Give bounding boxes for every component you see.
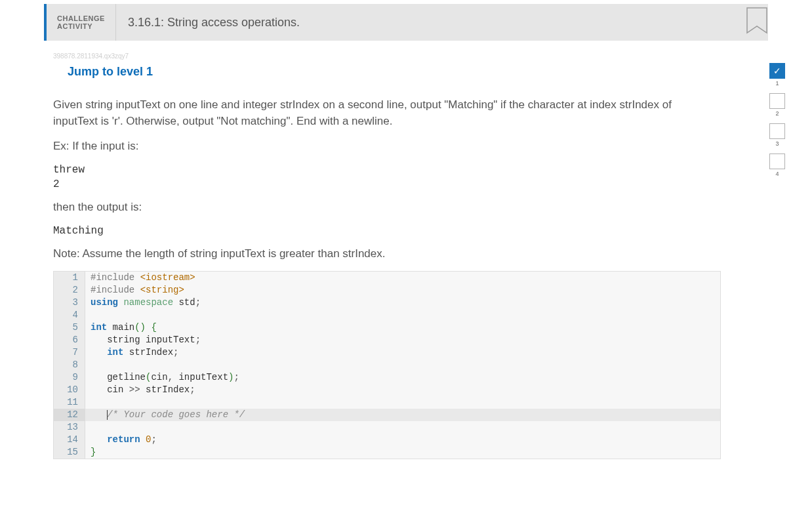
level-step[interactable]: 3	[769, 123, 785, 147]
activity-header: CHALLENGE ACTIVITY 3.16.1: String access…	[44, 4, 768, 41]
line-number: 8	[54, 359, 85, 371]
line-number: 13	[54, 421, 85, 434]
level-step-done-icon: ✓	[769, 63, 785, 79]
level-step[interactable]: ✓1	[769, 63, 785, 87]
code-line[interactable]: 6 string inputText;	[54, 334, 720, 346]
code-text[interactable]: using namespace std;	[85, 297, 720, 309]
code-line[interactable]: 15}	[54, 446, 720, 459]
example-then: then the output is:	[53, 199, 709, 216]
line-number: 4	[54, 309, 85, 321]
code-text[interactable]: int strIndex;	[85, 346, 720, 359]
level-step-box	[769, 123, 785, 139]
code-line[interactable]: 5int main() {	[54, 321, 720, 334]
line-number: 12	[54, 409, 85, 421]
code-line[interactable]: 7 int strIndex;	[54, 346, 720, 359]
line-number: 5	[54, 321, 85, 334]
code-line[interactable]: 13	[54, 421, 720, 434]
code-text[interactable]: getline(cin, inputText);	[85, 371, 720, 384]
level-step-number: 1	[775, 80, 779, 87]
code-text[interactable]: #include <string>	[85, 284, 720, 297]
problem-description: Given string inputText on one line and i…	[53, 97, 759, 262]
level-step-number: 4	[775, 171, 779, 177]
example-input-line: threw	[53, 164, 759, 176]
code-text[interactable]: return 0;	[85, 434, 720, 446]
line-number: 11	[54, 396, 85, 409]
challenge-container: CHALLENGE ACTIVITY 3.16.1: String access…	[44, 0, 768, 479]
code-text[interactable]: string inputText;	[85, 334, 720, 346]
level-step-box	[769, 93, 785, 109]
activity-type-label: CHALLENGE ACTIVITY	[47, 4, 116, 41]
activity-type-line1: CHALLENGE	[57, 14, 105, 22]
line-number: 1	[54, 272, 85, 284]
code-line[interactable]: 10 cin >> strIndex;	[54, 384, 720, 396]
code-text[interactable]: /* Your code goes here */	[85, 409, 720, 421]
code-text[interactable]: int main() {	[85, 321, 720, 334]
code-line[interactable]: 9 getline(cin, inputText);	[54, 371, 720, 384]
line-number: 2	[54, 284, 85, 297]
code-line[interactable]: 3using namespace std;	[54, 297, 720, 309]
line-number: 3	[54, 297, 85, 309]
code-line[interactable]: 14 return 0;	[54, 434, 720, 446]
code-text[interactable]: }	[85, 446, 720, 459]
level-progress-rail: ✓1234	[769, 63, 785, 177]
code-text[interactable]	[85, 359, 720, 371]
code-editor[interactable]: 1#include <iostream>2#include <string>3u…	[53, 271, 721, 459]
activity-title: 3.16.1: String access operations.	[116, 4, 312, 41]
level-step[interactable]: 4	[769, 154, 785, 177]
code-line[interactable]: 1#include <iostream>	[54, 272, 720, 284]
example-output-line: Matching	[53, 225, 759, 237]
activity-id: 398878.2811934.qx3zqy7	[53, 52, 759, 60]
jump-to-level-link[interactable]: Jump to level 1	[68, 65, 153, 79]
example-intro: Ex: If the input is:	[53, 138, 709, 155]
line-number: 14	[54, 434, 85, 446]
line-number: 10	[54, 384, 85, 396]
code-text[interactable]	[85, 421, 720, 434]
check-icon: ✓	[773, 66, 781, 75]
code-line[interactable]: 11	[54, 396, 720, 409]
level-step[interactable]: 2	[769, 93, 785, 117]
example-input-line: 2	[53, 178, 759, 190]
code-text[interactable]	[85, 396, 720, 409]
code-text[interactable]: cin >> strIndex;	[85, 384, 720, 396]
code-line[interactable]: 12 /* Your code goes here */	[54, 409, 720, 421]
activity-content: 398878.2811934.qx3zqy7 Jump to level 1 G…	[44, 41, 768, 479]
code-text[interactable]	[85, 309, 720, 321]
code-line[interactable]: 8	[54, 359, 720, 371]
problem-paragraph: Given string inputText on one line and i…	[53, 97, 709, 129]
line-number: 9	[54, 371, 85, 384]
bookmark-icon[interactable]	[744, 7, 769, 39]
problem-note: Note: Assume the length of string inputT…	[53, 246, 709, 262]
code-text[interactable]: #include <iostream>	[85, 272, 720, 284]
line-number: 7	[54, 346, 85, 359]
activity-type-line2: ACTIVITY	[57, 22, 105, 30]
line-number: 6	[54, 334, 85, 346]
level-step-number: 3	[775, 140, 779, 147]
level-step-box	[769, 154, 785, 169]
level-step-number: 2	[775, 110, 779, 117]
code-line[interactable]: 4	[54, 309, 720, 321]
code-line[interactable]: 2#include <string>	[54, 284, 720, 297]
line-number: 15	[54, 446, 85, 459]
